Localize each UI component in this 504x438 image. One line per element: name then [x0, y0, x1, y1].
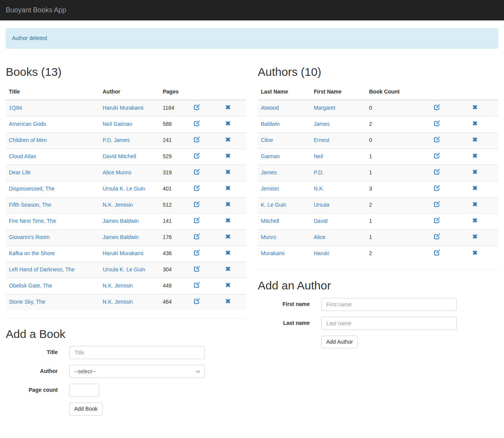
author-firstname-link[interactable]: David — [314, 218, 328, 224]
author-lastname-link[interactable]: Baldwin — [261, 121, 280, 127]
book-author-link[interactable]: N.K. Jemisin — [103, 299, 133, 305]
edit-book-button[interactable] — [194, 137, 200, 142]
book-title-link[interactable]: Cloud Atlas — [9, 153, 36, 159]
app-brand[interactable]: Buoyant Books App — [6, 0, 66, 20]
author-firstname-link[interactable]: Haruki — [314, 250, 329, 256]
book-author-link[interactable]: Haruki Murakami — [103, 250, 144, 256]
delete-book-button[interactable] — [225, 299, 230, 304]
book-author-link[interactable]: James Baldwin — [103, 218, 139, 224]
edit-book-button[interactable] — [194, 282, 200, 288]
author-firstname-link[interactable]: Neil — [314, 153, 323, 159]
delete-author-button[interactable] — [472, 169, 477, 174]
book-author-link[interactable]: Ursula K. Le Guin — [103, 186, 145, 192]
book-title-link[interactable]: American Gods — [9, 121, 46, 127]
edit-book-button[interactable] — [194, 120, 200, 126]
book-author-link[interactable]: P.D. James — [103, 137, 130, 143]
book-author-link[interactable]: James Baldwin — [103, 234, 139, 240]
author-firstname-link[interactable]: Ernest — [314, 137, 329, 143]
add-author-button[interactable]: Add Author — [321, 336, 358, 349]
edit-author-button[interactable] — [434, 169, 440, 175]
edit-book-button[interactable] — [194, 234, 200, 239]
edit-book-button[interactable] — [194, 104, 200, 110]
edit-book-button[interactable] — [194, 169, 200, 175]
book-author-link[interactable]: Ursula K. Le Guin — [103, 266, 145, 272]
delete-book-button[interactable] — [225, 202, 230, 207]
book-title-link[interactable]: 1Q84 — [9, 105, 22, 111]
delete-author-button[interactable] — [472, 153, 477, 158]
author-firstname-link[interactable]: N.K. — [314, 186, 324, 192]
author-firstname-link[interactable]: James — [314, 121, 330, 127]
edit-author-button[interactable] — [434, 234, 440, 239]
author-lastname-link[interactable]: Cline — [261, 137, 273, 143]
book-title-link[interactable]: Children of Men — [9, 137, 47, 143]
book-pagecount-input[interactable] — [69, 384, 99, 397]
author-firstname-link[interactable]: Alice — [314, 234, 325, 240]
delete-book-button[interactable] — [225, 121, 230, 126]
delete-book-button[interactable] — [225, 169, 230, 174]
edit-book-button[interactable] — [194, 217, 200, 223]
book-title-link[interactable]: Obelisk Gate, The — [9, 283, 52, 289]
author-lastname-link[interactable]: Atwood — [261, 105, 279, 111]
author-firstname-link[interactable]: P.D. — [314, 169, 324, 176]
book-author-link[interactable]: N.K. Jemisin — [103, 202, 133, 208]
author-lastname-input[interactable] — [321, 317, 457, 330]
delete-author-button[interactable] — [472, 105, 477, 110]
delete-book-button[interactable] — [225, 234, 230, 239]
edit-book-button[interactable] — [194, 185, 200, 191]
edit-book-button[interactable] — [194, 298, 200, 304]
book-title-link[interactable]: Dear Life — [9, 169, 31, 176]
delete-book-button[interactable] — [225, 266, 230, 271]
author-lastname-link[interactable]: Murakami — [261, 250, 284, 256]
add-book-button[interactable]: Add Book — [69, 403, 103, 416]
edit-author-button[interactable] — [434, 201, 440, 207]
author-lastname-link[interactable]: K. Le Guin — [261, 202, 286, 208]
author-firstname-link[interactable]: Margaret — [314, 105, 335, 111]
edit-book-button[interactable] — [194, 250, 200, 256]
delete-book-button[interactable] — [225, 105, 230, 110]
delete-book-button[interactable] — [225, 250, 230, 255]
book-title-link[interactable]: Kafka on the Shore — [9, 250, 55, 256]
book-title-link[interactable]: Fire Next Time, The — [9, 218, 56, 224]
delete-author-button[interactable] — [472, 218, 477, 223]
delete-author-button[interactable] — [472, 137, 477, 142]
book-title-link[interactable]: Dispossessed, The — [9, 186, 55, 192]
book-title-link[interactable]: Left Hand of Darkness, The — [9, 266, 75, 272]
book-title-link[interactable]: Fifth Season, The — [9, 202, 51, 208]
author-lastname-link[interactable]: James — [261, 169, 277, 176]
delete-author-button[interactable] — [472, 250, 477, 255]
book-author-link[interactable]: Neil Gaiman — [103, 121, 132, 127]
book-author-link[interactable]: Alice Munro — [103, 169, 131, 176]
delete-author-button[interactable] — [472, 202, 477, 207]
edit-author-button[interactable] — [434, 137, 440, 142]
book-author-link[interactable]: Haruki Murakami — [103, 105, 144, 111]
delete-author-button[interactable] — [472, 121, 477, 126]
book-title-link[interactable]: Stone Sky, The — [9, 299, 45, 305]
author-lastname-link[interactable]: Munro — [261, 234, 276, 240]
edit-author-button[interactable] — [434, 250, 440, 256]
book-author-link[interactable]: N.K. Jemisin — [103, 283, 133, 289]
author-firstname-link[interactable]: Ursula — [314, 202, 329, 208]
book-author-link[interactable]: David Mitchell — [103, 153, 136, 159]
author-lastname-link[interactable]: Jemisin — [261, 186, 279, 192]
edit-book-button[interactable] — [194, 201, 200, 207]
delete-book-button[interactable] — [225, 153, 230, 158]
delete-book-button[interactable] — [225, 218, 230, 223]
author-lastname-link[interactable]: Gaiman — [261, 153, 280, 159]
edit-author-button[interactable] — [434, 153, 440, 159]
edit-book-button[interactable] — [194, 153, 200, 159]
delete-author-button[interactable] — [472, 234, 477, 239]
delete-book-button[interactable] — [225, 283, 230, 288]
delete-book-button[interactable] — [225, 137, 230, 142]
author-firstname-input[interactable] — [321, 298, 457, 311]
author-lastname-link[interactable]: Mitchell — [261, 218, 279, 224]
book-author-select[interactable]: --select-- — [69, 365, 205, 378]
edit-book-button[interactable] — [194, 266, 200, 272]
edit-author-button[interactable] — [434, 217, 440, 223]
delete-book-button[interactable] — [225, 186, 230, 191]
book-title-input[interactable] — [69, 346, 205, 359]
edit-author-button[interactable] — [434, 185, 440, 191]
book-title-link[interactable]: Giovanni's Room — [9, 234, 50, 240]
delete-author-button[interactable] — [472, 186, 477, 191]
edit-author-button[interactable] — [434, 104, 440, 110]
edit-author-button[interactable] — [434, 120, 440, 126]
